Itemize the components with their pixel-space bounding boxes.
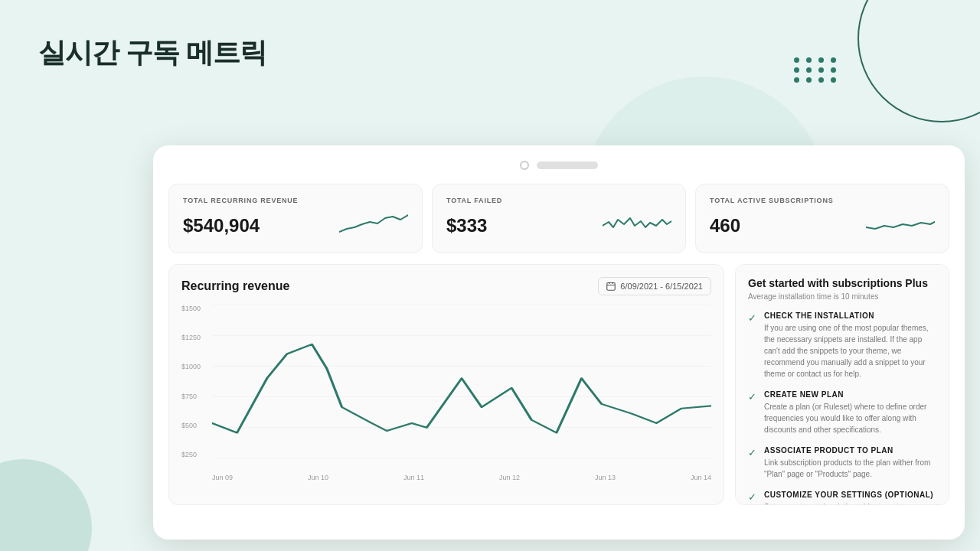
checklist-heading-1: CHECK THE INSTALLATION xyxy=(764,311,936,320)
decorative-circle-top-right xyxy=(858,0,980,122)
checklist-text-4: CUSTOMIZE YOUR SETTINGS (OPTIONAL) Set u… xyxy=(764,491,936,505)
sparkline-active-subscriptions xyxy=(866,210,935,240)
metric-card-recurring-revenue: TOTAL RECURRING REVENUE $540,904 xyxy=(168,184,423,253)
metric-value-total-failed: $333 xyxy=(446,215,487,236)
checklist-text-3: ASSOCIATE PRODUCT TO PLAN Link subscript… xyxy=(764,446,936,480)
sparkline-recurring-revenue xyxy=(339,210,408,240)
metric-value-active-subscriptions: 460 xyxy=(710,215,740,236)
x-label-jun09: Jun 09 xyxy=(212,474,233,481)
right-panel: Get started with subscriptions Plus Aver… xyxy=(735,264,949,505)
y-label-1500: $1500 xyxy=(181,305,201,312)
metrics-row: TOTAL RECURRING REVENUE $540,904 TOTAL F… xyxy=(168,184,949,253)
y-label-1250: $1250 xyxy=(181,334,201,341)
dashboard-card: TOTAL RECURRING REVENUE $540,904 TOTAL F… xyxy=(153,145,965,540)
topbar-pill xyxy=(537,161,598,169)
metric-value-recurring-revenue: $540,904 xyxy=(183,215,260,236)
chart-svg-wrap xyxy=(212,305,711,458)
y-axis-labels: $1500 $1250 $1000 $750 $500 $250 xyxy=(181,305,201,458)
y-label-500: $500 xyxy=(181,422,201,429)
checklist-heading-4: CUSTOMIZE YOUR SETTINGS (OPTIONAL) xyxy=(764,491,936,499)
check-icon-1: ✓ xyxy=(748,312,756,380)
checklist-heading-2: CREATE NEW PLAN xyxy=(764,390,936,399)
panel-title: Get started with subscriptions Plus xyxy=(748,277,936,289)
checklist-desc-1: If you are using one of the most popular… xyxy=(764,322,936,380)
checklist-heading-3: ASSOCIATE PRODUCT TO PLAN xyxy=(764,446,936,455)
chart-area: $1500 $1250 $1000 $750 $500 $250 xyxy=(181,305,711,481)
date-picker[interactable]: 6/09/2021 - 6/15/2021 xyxy=(598,277,711,295)
metric-label-active-subscriptions: TOTAL ACTIVE SUBSCRIPTIONS xyxy=(710,197,935,204)
x-axis-labels: Jun 09 Jun 10 Jun 11 Jun 12 Jun 13 Jun 1… xyxy=(212,474,711,481)
chart-svg xyxy=(212,305,711,458)
panel-subtitle: Average installation time is 10 minutes xyxy=(748,292,936,301)
page-title: 실시간 구독 메트릭 xyxy=(38,34,266,72)
check-icon-3: ✓ xyxy=(748,447,756,480)
dashboard-topbar xyxy=(168,161,949,170)
metric-label-recurring-revenue: TOTAL RECURRING REVENUE xyxy=(183,197,408,204)
checklist-item-2: ✓ CREATE NEW PLAN Create a plan (or Rule… xyxy=(748,390,936,435)
checklist-item-4: ✓ CUSTOMIZE YOUR SETTINGS (OPTIONAL) Set… xyxy=(748,491,936,505)
checklist-item-3: ✓ ASSOCIATE PRODUCT TO PLAN Link subscri… xyxy=(748,446,936,480)
topbar-circle xyxy=(520,161,529,170)
checklist-text-1: CHECK THE INSTALLATION If you are using … xyxy=(764,311,936,380)
chart-header: Recurring revenue 6/09/2021 - 6/15/2021 xyxy=(181,277,711,295)
checklist-item-1: ✓ CHECK THE INSTALLATION If you are usin… xyxy=(748,311,936,380)
metric-label-total-failed: TOTAL FAILED xyxy=(446,197,671,204)
metric-value-row-recurring-revenue: $540,904 xyxy=(183,210,408,240)
content-row: Recurring revenue 6/09/2021 - 6/15/2021 … xyxy=(168,264,949,505)
metric-card-active-subscriptions: TOTAL ACTIVE SUBSCRIPTIONS 460 xyxy=(695,184,949,253)
x-label-jun14: Jun 14 xyxy=(691,474,711,481)
chart-title: Recurring revenue xyxy=(181,279,289,293)
checklist-desc-3: Link subscription products to the plan w… xyxy=(764,457,936,480)
check-icon-2: ✓ xyxy=(748,391,756,435)
metric-value-row-total-failed: $333 xyxy=(446,210,671,240)
x-label-jun12: Jun 12 xyxy=(499,474,520,481)
metric-value-row-active-subscriptions: 460 xyxy=(710,210,935,240)
y-label-250: $250 xyxy=(181,451,201,458)
y-label-750: $750 xyxy=(181,393,201,400)
x-label-jun13: Jun 13 xyxy=(595,474,616,481)
dot-grid-decoration xyxy=(794,57,838,83)
checklist-text-2: CREATE NEW PLAN Create a plan (or Rulese… xyxy=(764,390,936,435)
checklist-desc-4: Set up custom subscription widget, custo… xyxy=(764,501,936,505)
calendar-icon xyxy=(606,282,616,291)
date-range-label: 6/09/2021 - 6/15/2021 xyxy=(620,282,703,291)
check-icon-4: ✓ xyxy=(748,491,756,505)
x-label-jun10: Jun 10 xyxy=(308,474,328,481)
y-label-1000: $1000 xyxy=(181,363,201,370)
metric-card-total-failed: TOTAL FAILED $333 xyxy=(432,184,686,253)
chart-section: Recurring revenue 6/09/2021 - 6/15/2021 … xyxy=(168,264,724,505)
checklist-desc-2: Create a plan (or Ruleset) where to defi… xyxy=(764,401,936,435)
svg-rect-0 xyxy=(607,283,616,291)
sparkline-total-failed xyxy=(603,210,671,240)
x-label-jun11: Jun 11 xyxy=(403,474,424,481)
decorative-circle-bottom-left xyxy=(0,459,92,551)
